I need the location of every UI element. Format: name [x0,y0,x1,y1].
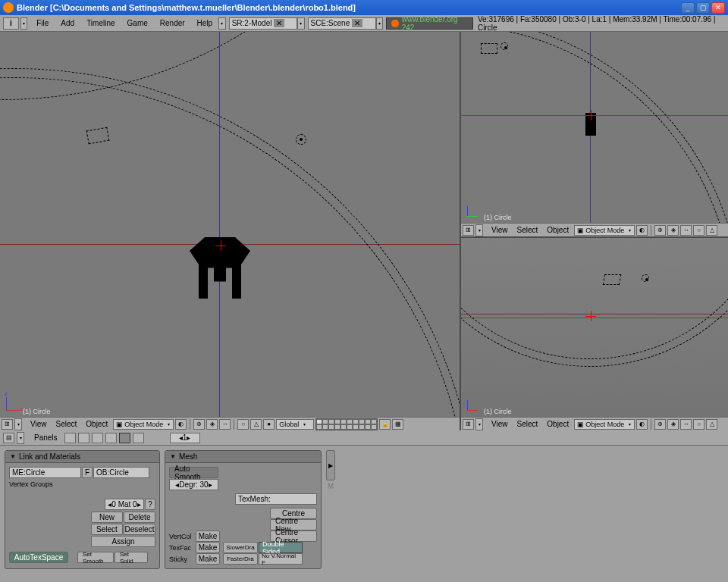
camera-object-2[interactable] [481,43,497,54]
layer-selector[interactable] [315,418,378,430]
sel-mode-2[interactable]: △ [250,419,262,430]
vgroup-deselect-button[interactable]: Deselect [124,524,155,535]
no-vnormal-field[interactable]: No V.Normal F [259,553,303,565]
degr-field[interactable]: ◂ Degr: 30 ▸ [169,479,218,490]
mode-selector-tr[interactable]: ▣Object Mode▾ [574,225,635,236]
transform-translate[interactable]: ↔ [219,419,231,430]
panel-header-lm[interactable]: ▼Link and Materials [5,451,159,463]
mesh-name-field[interactable]: ME:Circle [9,467,81,478]
texfac-make-button[interactable]: Make [196,542,220,553]
viewport-bottom-right[interactable]: (1) Circle ⊞ ▾ View Select Object ▣Objec… [461,238,728,430]
viewport-main[interactable]: z x (1) Circle ⊞ ▾ View Select Object ▣ … [0,32,461,430]
header-extra[interactable]: ▾ [376,17,383,30]
curve-br-2 [461,238,728,367]
fake-user-button[interactable]: F [82,467,93,478]
menu-help[interactable]: Help [191,17,219,29]
cursor-3d [215,240,226,251]
cursor-3d-3 [585,311,596,321]
snap-icon[interactable]: ● [263,419,275,430]
view3d-canvas-topright[interactable]: (1) Circle [461,32,728,223]
ctx-shading[interactable] [92,433,103,443]
set-solid-button[interactable]: Set Solid [115,552,148,563]
vertcol-make-button[interactable]: Make [196,530,220,542]
main-menubar: i ▾ File Add Timeline Game Render Help ▾… [0,15,728,32]
ctx-editing[interactable] [119,433,130,443]
mode-selector[interactable]: ▣ Object Mode▾ [113,419,174,430]
set-smooth-button[interactable]: Set Smooth [77,552,114,563]
screen-selector[interactable]: SR:2-Model✕ [229,17,297,30]
vgroup-assign-button[interactable]: Assign [91,536,155,547]
scene-clear[interactable]: ✕ [352,19,362,27]
viewport-top-right[interactable]: (1) Circle ⊞ ▾ View Select Object ▣Objec… [461,32,728,238]
sticky-make-button[interactable]: Make [196,553,220,565]
sticky-label: Sticky [169,555,195,563]
editor-type-icon[interactable]: ⊞ [2,419,13,430]
globe-icon [391,20,398,27]
lamp-object-3[interactable] [642,274,649,282]
ctx-object[interactable] [105,433,117,443]
menu-file[interactable]: File [30,17,55,29]
screen-clear[interactable]: ✕ [274,19,284,27]
view3d-canvas-br[interactable]: (1) Circle [461,238,728,417]
menu-timeline[interactable]: Timeline [80,17,121,29]
vgroup-delete-button[interactable]: Delete [124,512,155,523]
curve-path-3 [0,32,417,100]
info-icon[interactable]: i [3,17,19,30]
lamp-object[interactable] [296,134,306,145]
autotexspace-button[interactable]: AutoTexSpace [9,552,68,563]
view3d-header-tr: ⊞ ▾ View Select Object ▣Object Mode▾ ◐ ⊕… [461,223,728,236]
scene-statistics: Ve:317696 | Fa:350080 | Ob:3-0 | La:1 | … [473,17,725,30]
screen-dropdown[interactable]: ▾ [218,17,225,30]
lamp-object-2[interactable] [500,42,508,50]
buttons-editor-icon[interactable]: ▤ [3,433,14,443]
ctx-logic[interactable] [64,433,76,443]
menu-object[interactable]: Object [82,419,111,429]
draw-type-button[interactable]: ◐ [175,419,187,430]
autosmooth-button[interactable]: Auto Smooth [169,467,218,478]
close-button[interactable]: ✕ [711,2,725,14]
slowerdra-button[interactable]: SlowerDra [223,542,258,553]
ctx-script[interactable] [78,433,89,443]
material-help-button[interactable]: ? [145,499,155,510]
scene-selector[interactable]: SCE:Scene✕ [308,17,376,30]
view-menu-dropdown[interactable]: ▾ [14,418,22,430]
panels-label: Panels [30,433,62,442]
object-name-field[interactable]: OB:Circle [93,467,149,478]
menu-view[interactable]: View [27,419,51,429]
render-preview-icon[interactable]: ▦ [392,419,403,430]
view-label-br: (1) Circle [484,408,512,415]
menu-game[interactable]: Game [121,17,154,29]
editor-type-tr[interactable]: ⊞ [463,225,474,236]
viewports-area: z x (1) Circle ⊞ ▾ View Select Object ▣ … [0,32,728,430]
pivot-button[interactable]: ⊕ [193,419,205,430]
texmesh-field[interactable]: TexMesh: [235,493,317,505]
panel-header-mesh[interactable]: ▼Mesh [165,451,321,463]
manipulator-button[interactable]: ◈ [206,419,218,430]
menu-add[interactable]: Add [55,17,80,29]
orientation-selector[interactable]: Global▾ [276,419,314,430]
menu-render[interactable]: Render [154,17,191,29]
layer-1[interactable] [316,419,322,424]
view-label-main: (1) Circle [23,408,51,415]
vgroup-new-button[interactable]: New [91,512,123,523]
ctx-scene[interactable] [133,433,144,443]
vertcol-label: VertCol [169,533,195,540]
panel-collapse-right[interactable]: ▶ [326,450,335,480]
panel-link-materials: ▼Link and Materials ME:Circle F OB:Circl… [5,450,160,569]
view3d-canvas-main[interactable]: z x (1) Circle [0,32,460,417]
vgroup-select-button[interactable]: Select [91,524,123,535]
mode-selector-br[interactable]: ▣Object Mode▾ [574,419,635,430]
frame-number[interactable]: ◂ 1 ▸ [170,433,200,443]
maximize-button[interactable]: ▢ [696,2,710,14]
camera-object-3[interactable] [603,274,621,285]
menu-select[interactable]: Select [52,419,81,429]
buttons-window: ▤ ▾ Panels ◂ 1 ▸ ▼Link and Materials ME:… [0,430,728,582]
scene-dropdown[interactable]: ▾ [297,17,304,30]
editor-type-dropdown[interactable]: ▾ [20,17,27,30]
blender-url[interactable]: www.blender.org 242 [386,17,473,30]
fasterdra-button[interactable]: FasterDra [223,553,258,565]
lock-icon[interactable]: 🔒 [379,419,391,430]
material-index[interactable]: ◂ 0 Mat 0 ▸ [105,499,144,510]
sel-mode-1[interactable]: ○ [237,419,249,430]
minimize-button[interactable]: _ [681,2,695,14]
